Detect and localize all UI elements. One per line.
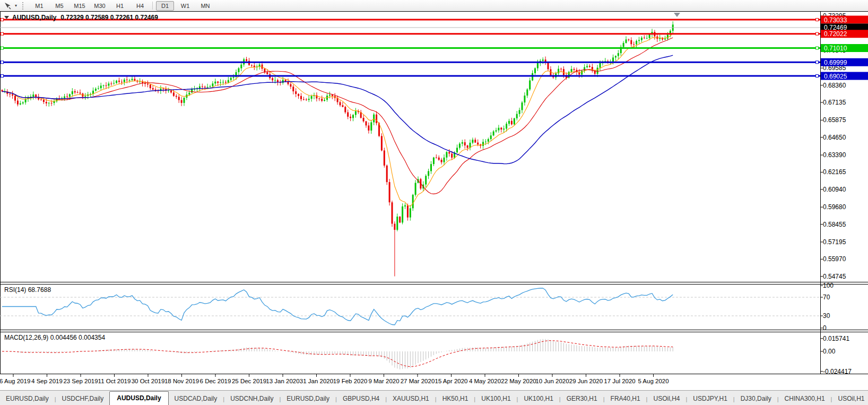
tab-EURUSD-Daily[interactable]: EURUSD,Daily — [281, 392, 335, 405]
price-axis: 0.732950.708450.695850.683600.671350.658… — [820, 12, 868, 280]
hline-handle[interactable] — [816, 32, 819, 35]
chart-title-collapse-icon[interactable] — [4, 16, 9, 19]
tab-GER30-H1[interactable]: GER30,H1 — [561, 392, 603, 405]
date-tick-label: 15 Apr 2020 — [435, 378, 467, 384]
date-tick-label: 19 Feb 2020 — [333, 378, 368, 384]
price-tick: 0.57195 — [823, 238, 846, 246]
date-tick-label: 16 Aug 2019 — [0, 378, 30, 384]
price-tick: 0.65875 — [823, 116, 846, 124]
date-tick-label: 6 Dec 2019 — [200, 378, 231, 384]
date-tick-label: 29 Jun 2020 — [569, 378, 603, 384]
date-tick-label: 11 Oct 2019 — [98, 378, 131, 384]
macd-axis-label: 0.00 — [823, 348, 836, 355]
date-tick-label: 10 Jun 2020 — [535, 378, 569, 384]
price-tick: 0.67135 — [823, 99, 846, 106]
price-tick: 0.60940 — [823, 186, 846, 193]
candlestick-series — [2, 21, 674, 276]
price-tag-label: 0.69025 — [824, 73, 847, 80]
chart-tab-bar: EURUSD,Daily|USDCHF,DailyAUDUSD,DailyUSD… — [0, 390, 868, 405]
ma-mid-line — [2, 38, 673, 194]
tab-UK100-H1[interactable]: UK100,H1 — [475, 392, 516, 405]
date-tick-label: 9 Mar 2020 — [368, 378, 399, 384]
panel-borders — [0, 11, 868, 374]
horizontal-line-objects — [0, 19, 820, 77]
hline-handle[interactable] — [1, 32, 4, 35]
hline-handle[interactable] — [1, 75, 4, 77]
date-tick-label: 27 Mar 2020 — [401, 378, 435, 384]
tab-UK100-H1[interactable]: UK100,H1 — [518, 392, 559, 405]
tab-USDCAD-Daily[interactable]: USDCAD,Daily — [169, 392, 223, 405]
date-tick-label: 13 Jan 2020 — [266, 378, 299, 384]
ma-fast-line — [2, 33, 673, 206]
rsi-level-label: 30 — [823, 312, 830, 320]
rsi-level-label: 0 — [823, 324, 827, 332]
chart-canvas: 0.732950.708450.695850.683600.671350.658… — [0, 0, 868, 390]
rsi-panel: 10070300 — [0, 282, 834, 332]
date-axis: 16 Aug 20194 Sep 201923 Sep 201911 Oct 2… — [0, 374, 669, 384]
hline-handle[interactable] — [1, 47, 4, 49]
date-tick-label: 25 Dec 2019 — [232, 378, 266, 384]
tab-EURUSD-Daily[interactable]: EURUSD,Daily — [0, 392, 55, 405]
price-tick: 0.58455 — [823, 221, 846, 228]
tab-USDJPY-H1[interactable]: USDJPY,H1 — [687, 392, 733, 405]
rsi-line — [2, 288, 673, 325]
price-tick: 0.54745 — [823, 273, 846, 280]
hline-handle[interactable] — [1, 61, 4, 64]
price-tick: 0.62165 — [823, 168, 846, 176]
tab-GBPUSD-H4[interactable]: GBPUSD,H4 — [337, 392, 385, 405]
price-tick: 0.63390 — [823, 151, 846, 159]
date-tick-label: 4 May 2020 — [469, 378, 501, 384]
date-tick-label: 22 May 2020 — [501, 378, 536, 384]
price-tag-label: 0.69999 — [824, 59, 847, 66]
moving-average-lines — [2, 33, 673, 206]
tab-DJ30-Daily[interactable]: DJ30,Daily — [735, 392, 777, 405]
date-tick-label: 31 Jan 2020 — [300, 378, 333, 384]
tab-USOil-H1[interactable]: USOil,H1 — [832, 392, 868, 405]
date-tick-label: 23 Sep 2019 — [63, 378, 98, 384]
tab-USDCHF-Daily[interactable]: USDCHF,Daily — [56, 392, 110, 405]
price-tick: 0.59680 — [823, 203, 846, 211]
date-tick-label: 30 Oct 2019 — [132, 378, 165, 384]
macd-label: MACD(12,26,9) 0.004456 0.004354 — [4, 334, 105, 341]
date-tick-label: 18 Nov 2019 — [164, 378, 199, 384]
date-tick-label: 17 Jul 2020 — [604, 378, 635, 384]
tab-HK50-H1[interactable]: HK50,H1 — [437, 392, 474, 405]
hline-handle[interactable] — [816, 61, 819, 64]
price-tick: 0.55970 — [823, 255, 846, 263]
hline-handle[interactable] — [816, 47, 819, 49]
price-tag-label: 0.73033 — [824, 16, 847, 24]
hline-handle[interactable] — [816, 75, 819, 77]
tab-CHINA300-H1[interactable]: CHINA300,H1 — [779, 392, 831, 405]
mt4-window: ▾ M1M5M15M30H1H4D1W1MN 0.732950.708450.6… — [0, 0, 868, 405]
hline-handle[interactable] — [1, 19, 4, 21]
hline-handle[interactable] — [816, 19, 819, 21]
chart-tabs: EURUSD,Daily|USDCHF,DailyAUDUSD,DailyUSD… — [0, 391, 868, 405]
tab-USDCNH-Daily[interactable]: USDCNH,Daily — [224, 392, 279, 405]
tab-AUDUSD-Daily[interactable]: AUDUSD,Daily — [109, 391, 168, 405]
chart-title: AUDUSD,Daily0.72329 0.72589 0.72261 0.72… — [12, 14, 158, 21]
macd-axis-label: -0.024417 — [823, 368, 852, 375]
price-tag-label: 0.72022 — [824, 30, 847, 38]
rsi-level-label: 70 — [823, 294, 830, 301]
price-tick: 0.64650 — [823, 134, 846, 141]
price-tag-label: 0.71010 — [824, 45, 847, 52]
rsi-level-label: 100 — [823, 282, 834, 289]
date-tick-label: 5 Aug 2020 — [638, 378, 669, 384]
rsi-label: RSI(14) 68.7688 — [4, 286, 51, 294]
last-bar-marker-icon[interactable] — [674, 13, 680, 17]
tab-FRA40-H1[interactable]: FRA40,H1 — [605, 392, 646, 405]
tab-XAUUSD-H1[interactable]: XAUUSD,H1 — [387, 392, 435, 405]
date-tick-label: 4 Sep 2019 — [31, 378, 63, 384]
price-tick: 0.68360 — [823, 82, 846, 89]
macd-axis-label: 0.015741 — [823, 335, 849, 342]
macd-panel: 0.0157410.00-0.024417 — [2, 335, 852, 375]
tab-USOil-H4[interactable]: USOil,H4 — [647, 392, 685, 405]
